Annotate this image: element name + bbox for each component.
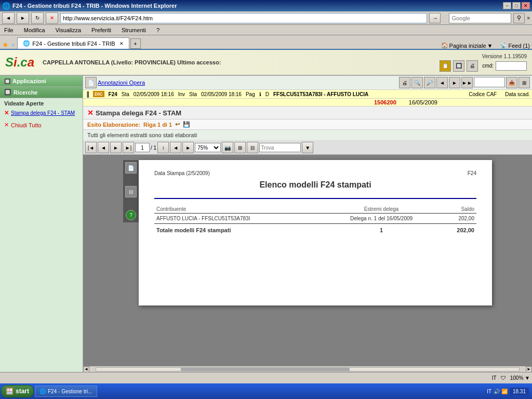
taskbar-ie-item[interactable]: 🌐 F24 - Gestione tri... [35,385,97,397]
toolbar-zoom[interactable]: 🔎 [424,77,435,88]
menu-file[interactable]: File [2,26,16,34]
header-icon-2[interactable]: 🔲 [453,60,464,72]
main-content: 📄 Annotazioni Opera 🖨 🔍 🔎 ◄ ► ►► 📤 ⊞ ▐ D [83,76,532,372]
row1-saldo: 202,00 [439,214,476,224]
close-button[interactable]: ✕ [522,2,530,9]
ie-icon: 🌐 [2,2,10,10]
toolbar-back[interactable]: ◄ [436,77,448,88]
feed-button[interactable]: 📡 Feed (1) [500,42,530,49]
rep-find-go-btn[interactable]: ▼ [302,142,313,153]
rep-export-btn[interactable]: 📷 [222,142,233,153]
home-dropdown-icon[interactable]: ▼ [487,43,493,49]
sidebar-section-applicazioni: 🔲 Applicazioni [0,76,83,87]
ie-toolbar: ◄ ► ↻ ✕ → ⚲ » [0,11,532,25]
esito-back-icon[interactable]: ↩ [175,121,180,128]
new-tab-button[interactable]: + [130,38,141,49]
report-date-stamp: Data Stampa (2/5/2009) [154,170,210,176]
inv-label: Inv [178,91,185,97]
rep-zoom-select[interactable]: 75% 100% 50% [195,143,221,152]
rep-layout1-btn[interactable]: ⊞ [234,142,246,153]
annotazioni-opera-link[interactable]: Annotazioni Opera [98,79,145,86]
scroll-thumb[interactable] [181,368,350,371]
forward-button[interactable]: ► [17,12,29,24]
info-icon[interactable]: ℹ [259,91,261,97]
taskbar: 🪟 start 🌐 F24 - Gestione tri... IT 🔊 📶 1… [0,383,532,399]
search-input[interactable] [449,13,511,23]
chiudi-x-icon: ✕ [4,122,9,128]
row1-contribuente: AFFUSTO LUCIA - FFSLCU51T53A783I [154,214,324,224]
toolbar-fwd2[interactable]: ►► [461,77,473,88]
menu-preferiti[interactable]: Preferiti [89,26,113,34]
title-bar-controls: − □ ✕ [503,2,530,9]
f24-label: F24 [109,91,117,97]
home-button[interactable]: 🏠 Pagina iniziale ▼ [441,42,493,49]
header-icon-3[interactable]: 🖨 [467,60,478,72]
sidebar-applicazioni[interactable]: 🔲 Applicazioni [0,76,83,86]
date2: 02/05/2009 18:16 [201,91,242,97]
toolbar-search[interactable]: 🔍 [411,77,423,88]
rep-last-btn[interactable]: ►| [123,142,134,153]
menu-modifica[interactable]: Modifica [22,26,47,34]
report-toolbar: |◄ ◄ ► ►| / 1 ↕ ◄ ► 75% 100% 50% 📷 ⊞ ⊟ ▼ [83,141,532,155]
report-table: Contribuente Estremi delega Saldo AFFUST… [154,205,476,235]
header-icon-1[interactable]: 📋 [440,60,451,72]
report-icon-help[interactable]: ? [126,210,136,220]
toolbar-export[interactable]: 📤 [506,77,517,88]
esito-save-icon[interactable]: 💾 [183,121,190,128]
rep-find-input[interactable] [259,143,301,152]
feed-icon: 📡 [500,42,507,49]
rep-page-sep: / 1 [151,145,156,151]
content-toolbar: 📄 Annotazioni Opera 🖨 🔍 🔎 ◄ ► ►► 📤 ⊞ [83,76,532,90]
menu-visualizza[interactable]: Visualizza [54,26,83,34]
toolbar-fwd[interactable]: ► [449,77,460,88]
maximize-button[interactable]: □ [512,2,521,9]
report-title: Elenco modelli F24 stampati [154,180,476,190]
report-area: 📄 ⊟ ? Data Stampa (2/5/2009) F24 Elenco … [83,155,532,366]
scroll-track [96,367,520,371]
rep-page-input[interactable] [135,143,150,152]
toolbar-btn-1[interactable]: 📄 [85,77,97,88]
minimize-button[interactable]: − [503,2,511,9]
toolbar-table[interactable]: ⊞ [518,77,530,88]
refresh-button[interactable]: ↻ [31,12,44,24]
back-button[interactable]: ◄ [2,12,15,24]
report-icon-doc[interactable]: 📄 [125,162,137,174]
col-estremi: Estremi delega [324,205,439,214]
address-bar[interactable] [60,13,427,23]
scroll-right[interactable]: ► [526,366,532,373]
stop-button[interactable]: ✕ [46,12,58,24]
col-contribuente: Contribuente [154,205,324,214]
active-tab[interactable]: 🌐 F24 - Gestione tributi F24 - TRIB ✕ [17,37,129,49]
codice-caf-value: 1506200 [374,99,396,105]
scroll-left[interactable]: ◄ [83,366,89,373]
rep-first-btn[interactable]: |◄ [85,142,97,153]
report-sidebar-icons: 📄 ⊟ ? [123,160,139,222]
rep-zoom-out-btn[interactable]: ◄ [170,142,181,153]
rep-prev-btn[interactable]: ◄ [98,142,109,153]
version-label: Versione 1.1.19509 [482,54,527,59]
toolbar-input[interactable] [474,77,505,87]
rep-layout2-btn[interactable]: ⊟ [247,142,258,153]
menu-help[interactable]: ? [154,26,162,34]
report-icon-layout[interactable]: ⊟ [125,186,137,197]
tutti-msg: Tutti gli elementi estratti sono stati e… [83,130,532,141]
cmd-input[interactable] [496,61,527,71]
chiudi-tutto-button[interactable]: ✕ Chiudi Tutto [0,119,83,130]
search-button[interactable]: ⚲ [513,13,525,23]
rep-cursor-btn[interactable]: ↕ [157,142,169,153]
sidebar-item-stampa[interactable]: ✕ Stampa delega F24 - STAM [4,109,78,117]
rep-zoom-in-btn[interactable]: ► [182,142,194,153]
app-logo: Si.ca [5,55,34,70]
total-label: Totale modelli F24 stampati [154,224,324,236]
toolbar-print[interactable]: 🖨 [399,77,410,88]
taskbar-clock: 18.31 [510,388,529,395]
rep-next-btn[interactable]: ► [110,142,122,153]
esito-value: Riga 1 di 1 [143,122,172,128]
go-button[interactable]: → [429,13,441,23]
start-button[interactable]: 🪟 start [1,385,34,397]
menu-strumenti[interactable]: Strumenti [119,26,148,34]
videate-label: Videate Aperte [4,100,78,107]
sidebar-ricerche[interactable]: 🔲 Ricerche [0,87,83,98]
tab-close-icon[interactable]: ✕ [119,41,124,46]
section-x-icon: ✕ [87,109,94,117]
